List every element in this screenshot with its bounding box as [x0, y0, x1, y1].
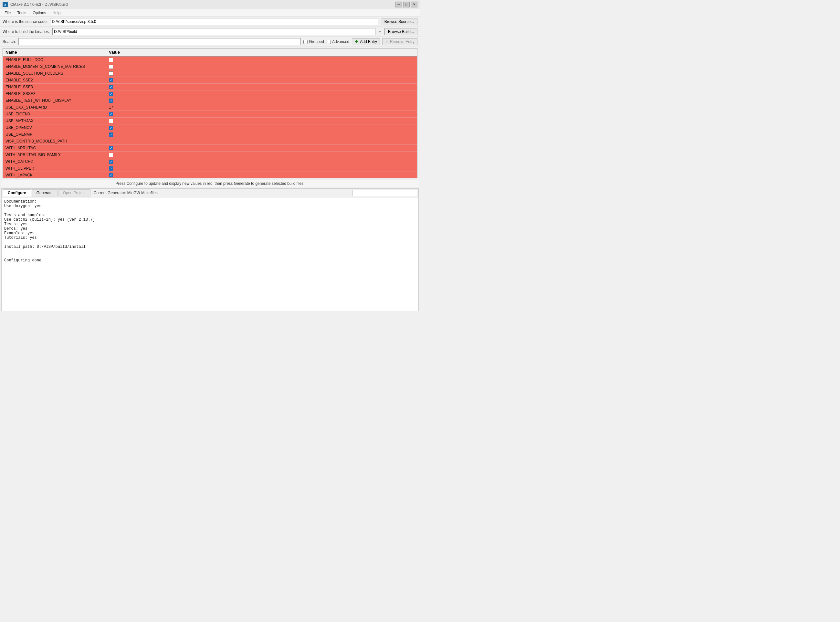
table-row[interactable]: WITH_APRILTAG — [3, 145, 417, 151]
row-value[interactable] — [106, 172, 417, 178]
menu-item-tools[interactable]: Tools — [14, 10, 29, 16]
menu-item-help[interactable]: Help — [49, 10, 64, 16]
output-line: Tests: yes — [4, 222, 416, 227]
row-checkbox[interactable] — [109, 160, 113, 164]
row-checkbox[interactable] — [109, 119, 113, 123]
row-name: ENABLE_TEST_WITHOUT_DISPLAY — [3, 97, 106, 104]
row-name: USE_OPENMP — [3, 131, 106, 138]
remove-entry-button[interactable]: ✕ Remove Entry — [383, 38, 418, 45]
row-checkbox[interactable] — [109, 99, 113, 103]
row-value[interactable] — [106, 90, 417, 97]
menu-item-options[interactable]: Options — [29, 10, 49, 16]
row-value[interactable] — [106, 151, 417, 158]
minimize-button[interactable]: ─ — [395, 2, 402, 8]
tab-open-project: Open Project — [58, 189, 90, 197]
table-row[interactable]: WITH_APRILTAG_BIG_FAMILY — [3, 151, 417, 159]
row-name: VISP_CONTRIB_MODULES_PATH — [3, 138, 106, 145]
advanced-checkbox-label[interactable]: Advanced — [327, 40, 349, 44]
row-name: ENABLE_SSE3 — [3, 84, 106, 90]
row-value[interactable] — [106, 145, 417, 151]
output-line — [4, 249, 416, 254]
tab-configure[interactable]: Configure — [3, 189, 31, 197]
row-checkbox[interactable] — [109, 153, 113, 157]
table-row[interactable]: USE_CXX_STANDARD17 — [3, 104, 417, 111]
browse-build-button[interactable]: Browse Build... — [384, 28, 418, 35]
add-entry-button[interactable]: ✚ Add Entry — [352, 38, 380, 45]
build-input[interactable] — [52, 28, 375, 35]
row-value[interactable] — [106, 56, 417, 63]
search-label: Search: — [3, 40, 16, 44]
browse-source-button[interactable]: Browse Source... — [381, 18, 418, 25]
table-row[interactable]: WITH_CLIPPER — [3, 165, 417, 172]
table-row[interactable]: ENABLE_SSE2 — [3, 77, 417, 84]
plus-icon: ✚ — [355, 39, 358, 44]
row-value[interactable] — [106, 165, 417, 172]
table-row[interactable]: ENABLE_SOLUTION_FOLDERS — [3, 70, 417, 77]
table-row[interactable]: ENABLE_MOMENTS_COMBINE_MATRICES — [3, 63, 417, 70]
row-checkbox[interactable] — [109, 65, 113, 69]
row-checkbox[interactable] — [109, 72, 113, 76]
tabs-row: Configure Generate Open Project Current … — [2, 189, 418, 197]
row-checkbox[interactable] — [109, 126, 113, 130]
row-name: WITH_LAPACK — [3, 172, 106, 178]
row-value[interactable] — [106, 111, 417, 117]
close-button[interactable]: ✕ — [411, 2, 418, 8]
output-line: Configuring done — [4, 258, 416, 263]
row-checkbox[interactable] — [109, 78, 113, 82]
row-name: ENABLE_SSSE3 — [3, 90, 106, 97]
table-row[interactable]: ENABLE_TEST_WITHOUT_DISPLAY — [3, 97, 417, 104]
row-name: ENABLE_FULL_DOC — [3, 56, 106, 63]
table-row[interactable]: WITH_LAPACK — [3, 172, 417, 178]
search-input[interactable] — [18, 38, 301, 45]
output-line — [4, 209, 416, 213]
row-checkbox[interactable] — [109, 85, 113, 89]
source-input[interactable] — [50, 18, 378, 25]
advanced-checkbox[interactable] — [327, 40, 331, 44]
grouped-checkbox[interactable] — [303, 40, 308, 44]
row-name: USE_OPENCV — [3, 124, 106, 131]
row-value[interactable] — [106, 124, 417, 131]
row-checkbox[interactable] — [109, 58, 113, 62]
table-row[interactable]: USE_MATHJAX — [3, 117, 417, 124]
output-line: Use doxygen: yes — [4, 204, 416, 209]
row-name: WITH_APRILTAG_BIG_FAMILY — [3, 151, 106, 158]
row-name: ENABLE_MOMENTS_COMBINE_MATRICES — [3, 63, 106, 70]
row-checkbox[interactable] — [109, 112, 113, 116]
maximize-button[interactable]: □ — [403, 2, 410, 8]
table-row[interactable]: ENABLE_SSSE3 — [3, 90, 417, 97]
output-area: Documentation: Use doxygen: yes Tests an… — [2, 197, 418, 311]
row-checkbox[interactable] — [109, 92, 113, 96]
generator-search[interactable] — [352, 190, 417, 196]
table-header: Name Value — [3, 49, 417, 56]
table-row[interactable]: VISP_CONTRIB_MODULES_PATH — [3, 138, 417, 145]
row-value[interactable] — [106, 77, 417, 83]
row-value[interactable] — [106, 84, 417, 90]
row-value[interactable] — [106, 70, 417, 76]
bottom-panel: Configure Generate Open Project Current … — [1, 188, 419, 311]
name-column-header: Name — [3, 49, 106, 56]
table-row[interactable]: USE_OPENMP — [3, 131, 417, 138]
output-line — [4, 240, 416, 245]
table-row[interactable]: USE_OPENCV — [3, 124, 417, 131]
app-icon: ▲ — [3, 2, 8, 7]
table-row[interactable]: ENABLE_SSE3 — [3, 84, 417, 90]
output-line: Use catch2 (built-in): yes (ver 2.13.7) — [4, 218, 416, 222]
menu-item-file[interactable]: File — [1, 10, 14, 16]
row-checkbox[interactable] — [109, 173, 113, 177]
row-checkbox[interactable] — [109, 146, 113, 150]
row-value[interactable] — [106, 159, 417, 165]
build-label: Where to build the binaries: — [3, 29, 50, 34]
row-value[interactable] — [106, 63, 417, 70]
row-checkbox[interactable] — [109, 166, 113, 171]
table-row[interactable]: WITH_CATCH2 — [3, 159, 417, 165]
row-checkbox[interactable] — [109, 133, 113, 137]
row-name: USE_CXX_STANDARD — [3, 104, 106, 110]
row-value: 17 — [106, 104, 417, 110]
table-row[interactable]: USE_EIGEN3 — [3, 111, 417, 117]
row-value[interactable] — [106, 117, 417, 124]
tab-generate[interactable]: Generate — [32, 189, 58, 197]
table-row[interactable]: ENABLE_FULL_DOC — [3, 56, 417, 63]
row-value[interactable] — [106, 97, 417, 104]
grouped-checkbox-label[interactable]: Grouped — [303, 40, 324, 44]
row-value[interactable] — [106, 131, 417, 138]
